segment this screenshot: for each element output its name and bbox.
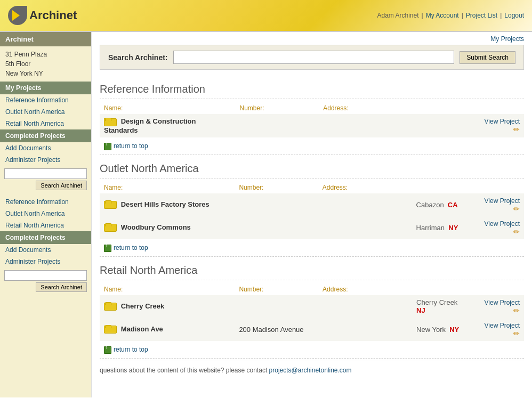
ref-col-name: Name:	[100, 102, 236, 114]
ref-col-actions	[480, 102, 524, 114]
outlet-col-location	[412, 182, 480, 193]
search-input[interactable]	[173, 51, 455, 64]
sidebar-item-retail2[interactable]: Retail North America	[0, 220, 91, 231]
section-outlet-title: Outlet North America	[100, 157, 524, 178]
submit-search-button[interactable]: Submit Search	[460, 51, 515, 64]
footer-text: questions about the content of this webs…	[100, 367, 267, 374]
folder-icon	[104, 325, 116, 334]
nav-sep2: |	[462, 12, 463, 19]
sidebar-section-header-myprojects[interactable]: My Projects	[0, 82, 91, 94]
retail-project2-edit-icon[interactable]: ✏	[513, 329, 520, 338]
table-row: Desert Hills Factory Stores Cabazon CA V…	[100, 193, 524, 216]
return-top-icon2	[104, 243, 111, 252]
sidebar-item-adddocs2[interactable]: Add Documents	[0, 244, 91, 256]
retail-project1-location: Cherry Creek NJ	[412, 295, 480, 318]
table-row: Woodbury Commons Harriman NY View Projec…	[100, 216, 524, 239]
ref-col-number: Number:	[236, 102, 319, 114]
outlet-table: Name: Number: Address: Desert Hills Fact…	[100, 182, 524, 239]
address-line1: 31 Penn Plaza	[5, 50, 86, 59]
ref-edit-icon[interactable]: ✏	[513, 125, 520, 134]
ref-project-location	[413, 114, 480, 137]
outlet-project2-name: Woodbury Commons	[121, 223, 191, 231]
outlet-project1-actions: View Project ✏	[480, 193, 524, 216]
outlet-return-top-link[interactable]: return to top	[114, 244, 148, 251]
my-account-link[interactable]: My Account	[426, 12, 459, 19]
retail-project2-name-cell: Madison Ave	[100, 318, 235, 341]
sidebar-item-completed1[interactable]: Completed Projects	[0, 129, 91, 142]
outlet-project1-view-link[interactable]: View Project	[485, 197, 520, 205]
retail-project2-city: New York	[416, 326, 446, 334]
section-reference: Reference Information Name: Number: Addr…	[100, 78, 524, 155]
outlet-col-address: Address:	[318, 182, 412, 193]
table-row: Design & Construction Standards View Pro…	[100, 114, 524, 137]
retail-project1-edit-icon[interactable]: ✏	[513, 306, 520, 315]
sidebar-item-reference[interactable]: Reference Information	[0, 94, 91, 106]
footer-email[interactable]: projects@archinetonline.com	[269, 367, 352, 374]
outlet-project2-city: Harriman	[416, 224, 445, 232]
nav-sep1: |	[422, 12, 423, 19]
sidebar-title: Archinet	[0, 32, 91, 46]
table-row: Madison Ave 200 Madison Avenue New York …	[100, 318, 524, 341]
section-outlet: Outlet North America Name: Number: Addre…	[100, 157, 524, 257]
retail-project1-state: NJ	[416, 306, 425, 314]
sidebar-search-input1[interactable]	[4, 168, 87, 179]
logout-link[interactable]: Logout	[504, 12, 524, 19]
address-line3: New York NY	[5, 69, 86, 78]
ref-project-number	[236, 114, 319, 137]
section-retail: Retail North America Name: Number: Addre…	[100, 259, 524, 359]
ref-return-top-link[interactable]: return to top	[114, 142, 148, 150]
outlet-return-top: return to top	[100, 241, 524, 257]
outlet-project2-edit-icon[interactable]: ✏	[513, 228, 520, 236]
header-nav: Adam Archinet | My Account | Project Lis…	[377, 12, 524, 19]
ref-project-address	[319, 114, 413, 137]
retail-table: Name: Number: Address: Cherry Creek	[100, 283, 524, 341]
return-top-icon3	[104, 345, 111, 354]
sidebar-search-box1: Search Archinet	[0, 166, 91, 193]
sidebar-item-completed2[interactable]: Completed Projects	[0, 231, 91, 244]
retail-project1-view-link[interactable]: View Project	[485, 299, 520, 306]
sidebar-item-outlet2[interactable]: Outlet North America	[0, 208, 91, 220]
return-top-icon	[104, 142, 111, 150]
retail-project2-location: New York NY	[412, 318, 480, 341]
sidebar-search-button1[interactable]: Search Archinet	[36, 181, 87, 190]
sidebar-item-retail[interactable]: Retail North America	[0, 118, 91, 129]
retail-project2-name: Madison Ave	[121, 325, 163, 333]
sidebar-address: 31 Penn Plaza 5th Floor New York NY	[0, 46, 91, 82]
retail-col-number: Number:	[235, 283, 318, 295]
retail-col-address: Address:	[318, 283, 412, 295]
reference-table: Name: Number: Address: Design & Construc…	[100, 102, 524, 137]
retail-project1-address	[318, 295, 412, 318]
header: Archinet Adam Archinet | My Account | Pr…	[0, 0, 532, 32]
ref-view-project-link[interactable]: View Project	[485, 118, 520, 125]
my-projects-top-link[interactable]: My Projects	[490, 35, 524, 43]
ref-col-location	[413, 102, 480, 114]
outlet-project2-view-link[interactable]: View Project	[485, 220, 520, 228]
folder-icon	[104, 118, 116, 126]
project-list-link[interactable]: Project List	[466, 12, 497, 19]
sidebar-item-reference2[interactable]: Reference Information	[0, 196, 91, 208]
section-retail-title: Retail North America	[100, 259, 524, 280]
outlet-project1-state: CA	[448, 201, 458, 209]
ref-return-top: return to top	[100, 140, 524, 155]
sidebar-item-adddocs1[interactable]: Add Documents	[0, 142, 91, 154]
footer: questions about the content of this webs…	[100, 361, 524, 376]
outlet-project2-location: Harriman NY	[412, 216, 480, 239]
retail-return-top-link[interactable]: return to top	[114, 346, 148, 353]
retail-project1-name-cell: Cherry Creek	[100, 295, 235, 318]
sidebar-item-outlet[interactable]: Outlet North America	[0, 106, 91, 118]
retail-project1-city: Cherry Creek	[416, 298, 457, 306]
retail-col-location	[412, 283, 480, 295]
retail-project2-view-link[interactable]: View Project	[485, 322, 520, 329]
outlet-project1-name: Desert Hills Factory Stores	[121, 200, 209, 208]
sidebar-item-adminprojects1[interactable]: Administer Projects	[0, 154, 91, 166]
sidebar-search-button2[interactable]: Search Archinet	[36, 282, 87, 292]
folder-icon	[104, 223, 116, 232]
folder-icon	[104, 302, 116, 311]
outlet-project2-name-cell: Woodbury Commons	[100, 216, 235, 239]
nav-sep3: |	[500, 12, 502, 19]
sidebar-item-adminprojects2[interactable]: Administer Projects	[0, 256, 91, 267]
retail-col-actions	[480, 283, 524, 295]
outlet-project1-number	[235, 193, 318, 216]
outlet-project1-edit-icon[interactable]: ✏	[513, 205, 520, 213]
sidebar-search-input2[interactable]	[4, 270, 87, 281]
